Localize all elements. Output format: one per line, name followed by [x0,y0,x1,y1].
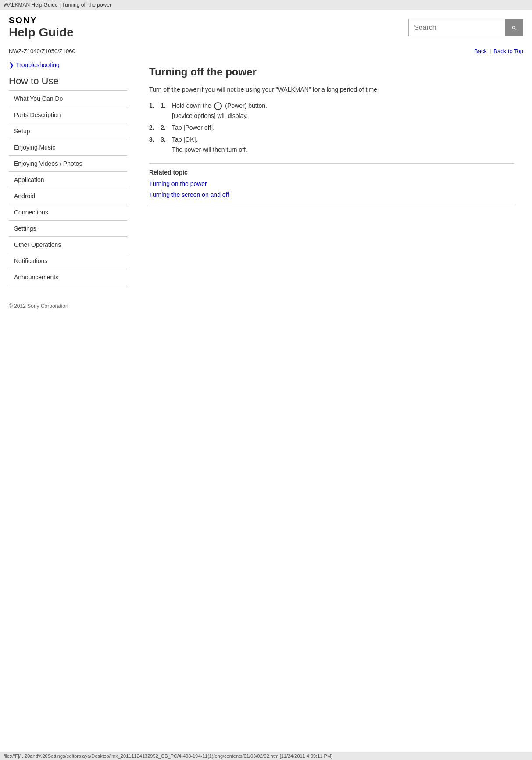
sidebar-item[interactable]: Application [9,172,127,188]
copyright-text: © 2012 Sony Corporation [9,303,68,309]
search-icon [511,24,517,31]
sidebar-item[interactable]: Enjoying Videos / Photos [9,156,127,172]
content-intro: Turn off the power if you will not be us… [149,85,514,94]
sidebar-item[interactable]: Enjoying Music [9,139,127,156]
step-item: 2.Tap [Power off]. [149,123,514,132]
footer: © 2012 Sony Corporation [0,294,532,318]
related-section: Related topic Turning on the powerTurnin… [149,163,514,206]
related-links: Turning on the powerTurning the screen o… [149,178,514,200]
sidebar-item[interactable]: What You Can Do [9,91,127,107]
step-main-text: Tap [Power off]. [172,123,214,132]
sidebar: ❯ Troubleshooting How to Use What You Ca… [9,57,136,285]
step-content: Tap [Power off]. [172,123,214,132]
sidebar-item[interactable]: Android [9,188,127,204]
step-item: 3.Tap [OK].The power will then turn off. [149,135,514,154]
sidebar-item[interactable]: Connections [9,204,127,221]
browser-title-text: WALKMAN Help Guide | Turning off the pow… [4,2,111,8]
step-sub-text: [Device options] will display. [172,111,267,121]
browser-title: WALKMAN Help Guide | Turning off the pow… [0,0,532,10]
step-number: 1. [161,101,168,121]
search-button[interactable] [505,19,523,36]
logo-container: SONY Help Guide [9,15,74,39]
nav-model: NWZ-Z1040/Z1050/Z1060 [9,48,75,54]
step-main-text: Hold down the (Power) button. [172,101,267,111]
step-number: 2. [161,123,168,132]
back-link[interactable]: Back [474,48,487,54]
step-main-text: Tap [OK]. [172,135,247,144]
sidebar-how-to-use: How to Use [9,75,127,91]
steps-list: 1.Hold down the (Power) button.[Device o… [149,101,514,154]
troubleshooting-link[interactable]: ❯ Troubleshooting [9,61,127,68]
sony-logo: SONY [9,15,74,25]
nav-links: Back | Back to Top [474,48,523,54]
search-container [408,19,523,36]
sidebar-item[interactable]: Notifications [9,253,127,269]
chevron-right-icon: ❯ [9,61,14,68]
step-sub-text: The power will then turn off. [172,145,247,154]
sidebar-item[interactable]: Announcements [9,269,127,285]
header: SONY Help Guide [0,10,532,45]
sidebar-item[interactable]: Parts Description [9,107,127,123]
step-item: 1.Hold down the (Power) button.[Device o… [149,101,514,121]
nav-bar: NWZ-Z1040/Z1050/Z1060 Back | Back to Top [0,45,532,57]
step-content: Hold down the (Power) button.[Device opt… [172,101,267,121]
sidebar-item[interactable]: Other Operations [9,237,127,253]
related-topic-link[interactable]: Turning the screen on and off [149,189,514,200]
step-content: Tap [OK].The power will then turn off. [172,135,247,154]
search-input[interactable] [409,20,505,35]
nav-separator: | [489,48,491,54]
troubleshooting-label: Troubleshooting [16,61,60,68]
sidebar-item[interactable]: Settings [9,221,127,237]
help-guide-title: Help Guide [9,25,74,39]
related-topic-title: Related topic [149,169,514,176]
sidebar-item[interactable]: Setup [9,123,127,139]
related-topic-link[interactable]: Turning on the power [149,178,514,189]
back-to-top-link[interactable]: Back to Top [493,48,523,54]
sidebar-items-list: What You Can DoParts DescriptionSetupEnj… [9,91,127,285]
step-number: 3. [161,135,168,154]
content-area: Turning off the power Turn off the power… [136,57,523,285]
content-title: Turning off the power [149,66,514,78]
main-layout: ❯ Troubleshooting How to Use What You Ca… [0,57,532,285]
